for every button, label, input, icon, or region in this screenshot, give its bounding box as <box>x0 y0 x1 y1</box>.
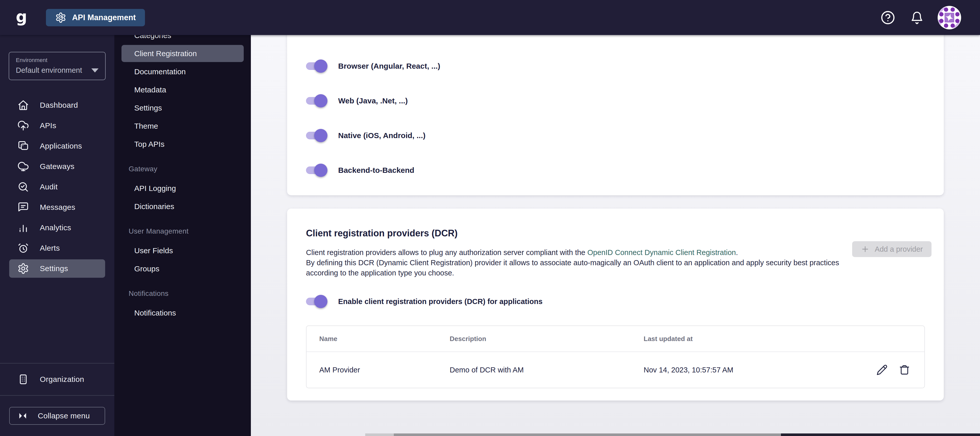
dcr-description: Client registration providers allows to … <box>306 247 870 278</box>
toggle-switch-web-java-net[interactable] <box>306 97 326 105</box>
subnav-item-theme[interactable]: Theme <box>115 117 251 135</box>
plus-icon <box>861 245 870 253</box>
sidebar-item-label: Organization <box>40 375 84 383</box>
api-management-label: API Management <box>72 13 136 22</box>
bar-chart-icon <box>18 222 29 234</box>
sidebar-item-analytics[interactable]: Analytics <box>9 218 105 237</box>
sidebar-item-apis[interactable]: APIs <box>9 116 105 135</box>
table-header-cell: Name <box>307 326 437 352</box>
help-button[interactable] <box>880 10 896 25</box>
enable-dcr-label: Enable client registration providers (DC… <box>338 298 542 306</box>
app-type-toggle-row: Web (Java, .Net, ...) <box>306 93 925 108</box>
dcr-desc-part2: By defining this DCR (Dynamic Client Reg… <box>306 259 839 277</box>
table-cell-actions <box>858 352 924 388</box>
subnav-item-groups[interactable]: Groups <box>115 259 251 278</box>
sidebar-item-label: Dashboard <box>40 101 78 110</box>
sidebar-item-settings[interactable]: Settings <box>9 259 105 278</box>
providers-table: NameDescriptionLast updated at AM Provid… <box>306 325 925 388</box>
divider <box>0 395 115 396</box>
subnav-item-documentation[interactable]: Documentation <box>115 62 251 81</box>
sidebar-item-label: Settings <box>40 264 68 273</box>
content-frame: Environment Default environment Dashboar… <box>0 35 980 436</box>
sidebar-item-dashboard[interactable]: Dashboard <box>9 96 105 115</box>
dcr-desc-period: . <box>736 248 738 256</box>
subnav-item-dictionaries[interactable]: Dictionaries <box>115 197 251 215</box>
sidebar-nav: DashboardAPIsApplicationsGatewaysAuditMe… <box>0 96 115 280</box>
divider <box>0 363 115 363</box>
sidebar-item-organization[interactable]: Organization <box>9 370 105 388</box>
user-avatar[interactable] <box>937 5 962 30</box>
sidebar-item-label: Messages <box>40 203 75 212</box>
main-content: Browser (Angular, React, ...)Web (Java, … <box>251 35 980 436</box>
sidebar-item-label: APIs <box>40 121 56 130</box>
table-cell-name: AM Provider <box>307 352 437 388</box>
chevron-down-icon <box>91 68 99 73</box>
app-type-label: Backend-to-Backend <box>338 166 414 175</box>
gravitee-logo[interactable]: g <box>16 9 27 25</box>
api-management-button[interactable]: API Management <box>46 9 145 26</box>
dcr-desc-part1: Client registration providers allows to … <box>306 248 587 256</box>
table-header-cell: Last updated at <box>631 326 858 352</box>
home-icon <box>18 99 29 111</box>
add-provider-label: Add a provider <box>875 245 923 253</box>
cloud-gateway-icon <box>18 161 29 172</box>
table-body: AM ProviderDemo of DCR with AMNov 14, 20… <box>307 352 924 388</box>
subnav-item-api-logging[interactable]: API Logging <box>115 179 251 197</box>
alarm-clock-icon <box>18 242 29 254</box>
scrollbar-dark-segment <box>781 433 980 436</box>
table-header-cell: Description <box>437 326 631 352</box>
cloud-upload-icon <box>18 120 29 132</box>
delete-button[interactable] <box>899 364 910 376</box>
table-header-cell <box>858 326 924 352</box>
sidebar-item-messages[interactable]: Messages <box>9 198 105 216</box>
primary-sidebar: Environment Default environment Dashboar… <box>0 35 115 436</box>
avatar-image <box>937 5 962 30</box>
collapse-menu-button[interactable]: Collapse menu <box>9 407 105 425</box>
environment-select[interactable]: Environment Default environment <box>9 52 106 80</box>
horizontal-scrollbar[interactable] <box>365 433 980 436</box>
subnav-item-categories[interactable]: Categories <box>115 35 251 45</box>
table-cell-description: Demo of DCR with AM <box>437 352 631 388</box>
toggle-switch-backend-to-backend[interactable] <box>306 166 326 174</box>
message-icon <box>18 201 29 213</box>
bell-icon <box>910 10 924 25</box>
sidebar-item-label: Alerts <box>40 244 60 253</box>
sidebar-item-audit[interactable]: Audit <box>9 178 105 196</box>
environment-label: Environment <box>16 57 99 64</box>
sidebar-item-alerts[interactable]: Alerts <box>9 239 105 257</box>
dcr-card-title: Client registration providers (DCR) <box>306 228 925 239</box>
gear-gauge-icon <box>55 12 66 23</box>
sidebar-item-applications[interactable]: Applications <box>9 137 105 155</box>
subnav-section-title: Notifications <box>129 290 251 298</box>
table-cell-updated: Nov 14, 2023, 10:57:57 AM <box>631 352 858 388</box>
settings-subnav: CategoriesClient RegistrationDocumentati… <box>115 35 251 436</box>
subnav-item-user-fields[interactable]: User Fields <box>115 242 251 259</box>
help-icon <box>880 10 896 25</box>
app-type-label: Browser (Angular, React, ...) <box>338 62 440 70</box>
subnav-item-client-registration[interactable]: Client Registration <box>121 45 244 62</box>
edit-button[interactable] <box>877 364 888 376</box>
subnav-item-metadata[interactable]: Metadata <box>115 81 251 99</box>
app-type-toggle-row: Native (iOS, Android, ...) <box>306 128 925 143</box>
subnav-item-settings[interactable]: Settings <box>115 99 251 117</box>
app-type-toggle-row: Browser (Angular, React, ...) <box>306 59 925 74</box>
subnav-section-title: Gateway <box>129 165 251 173</box>
add-provider-button[interactable]: Add a provider <box>852 241 932 257</box>
toggle-switch-native-ios-android[interactable] <box>306 132 326 139</box>
environment-value: Default environment <box>16 66 82 75</box>
collapse-menu-label: Collapse menu <box>38 412 90 420</box>
organization-icon <box>18 374 29 385</box>
subnav-item-notifications[interactable]: Notifications <box>115 304 251 322</box>
enable-dcr-toggle[interactable] <box>306 298 326 305</box>
sidebar-item-label: Gateways <box>40 162 75 171</box>
top-bar: g API Management <box>0 0 980 35</box>
subnav-item-top-apis[interactable]: Top APIs <box>115 135 251 153</box>
app-type-label: Web (Java, .Net, ...) <box>338 97 408 105</box>
dcr-card: Client registration providers (DCR) Clie… <box>287 208 944 401</box>
gear-icon <box>18 263 29 274</box>
openid-dcr-link[interactable]: OpenID Connect Dynamic Client Registrati… <box>587 248 736 256</box>
notifications-button[interactable] <box>910 10 924 25</box>
sidebar-item-gateways[interactable]: Gateways <box>9 157 105 176</box>
subnav-section-title: User Management <box>129 227 251 236</box>
toggle-switch-browser-angular-react[interactable] <box>306 62 326 70</box>
